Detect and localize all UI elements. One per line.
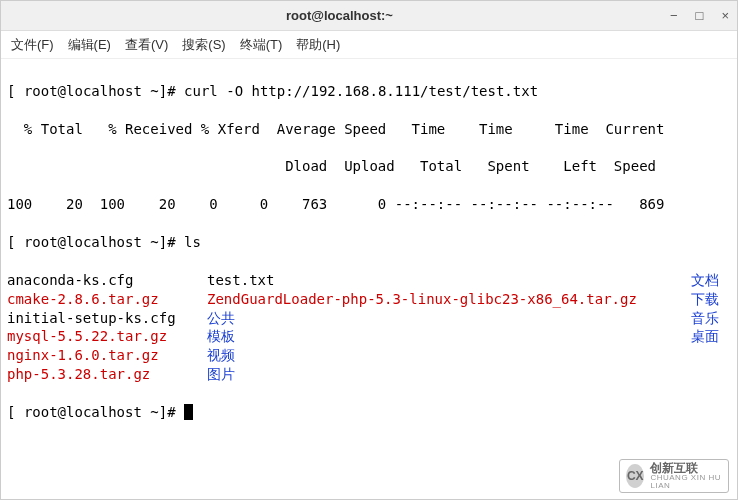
badge-text: 创新互联 CHUANG XIN HU LIAN	[650, 462, 722, 490]
window-controls: − □ ×	[670, 8, 729, 23]
ls-col1: anaconda-ks.cfgcmake-2.8.6.tar.gzinitial…	[7, 271, 207, 384]
prompt-line: [ root@localhost ~]# ls	[7, 233, 731, 252]
ls-entry: 公共	[207, 309, 691, 328]
prompt-line: [ root@localhost ~]# curl -O http://192.…	[7, 82, 731, 101]
menu-edit[interactable]: 编辑(E)	[68, 36, 111, 54]
ls-entry: 视频	[207, 346, 691, 365]
menu-file[interactable]: 文件(F)	[11, 36, 54, 54]
terminal-output[interactable]: [ root@localhost ~]# curl -O http://192.…	[1, 59, 737, 445]
ls-entry: 文档	[691, 271, 731, 290]
curl-header-1: % Total % Received % Xferd Average Speed…	[7, 120, 731, 139]
badge-py: CHUANG XIN HU LIAN	[650, 474, 722, 490]
menubar: 文件(F) 编辑(E) 查看(V) 搜索(S) 终端(T) 帮助(H)	[1, 31, 737, 59]
menu-terminal[interactable]: 终端(T)	[240, 36, 283, 54]
curl-header-2: Dload Upload Total Spent Left Speed	[7, 157, 731, 176]
curl-row: 100 20 100 20 0 0 763 0 --:--:-- --:--:-…	[7, 195, 731, 214]
ls-entry: nginx-1.6.0.tar.gz	[7, 346, 207, 365]
ls-entry: 下载	[691, 290, 731, 309]
menu-view[interactable]: 查看(V)	[125, 36, 168, 54]
maximize-icon[interactable]: □	[696, 8, 704, 23]
titlebar: root@localhost:~ − □ ×	[1, 1, 737, 31]
ls-entry: test.txt	[207, 271, 691, 290]
ls-entry: cmake-2.8.6.tar.gz	[7, 290, 207, 309]
ls-entry: ZendGuardLoader-php-5.3-linux-glibc23-x8…	[207, 290, 691, 309]
ls-col2: test.txtZendGuardLoader-php-5.3-linux-gl…	[207, 271, 691, 384]
ls-entry: anaconda-ks.cfg	[7, 271, 207, 290]
menu-search[interactable]: 搜索(S)	[182, 36, 225, 54]
ls-entry: initial-setup-ks.cfg	[7, 309, 207, 328]
menu-help[interactable]: 帮助(H)	[296, 36, 340, 54]
cursor-icon	[184, 404, 193, 420]
close-icon[interactable]: ×	[721, 8, 729, 23]
ls-entry: php-5.3.28.tar.gz	[7, 365, 207, 384]
ls-entry: 桌面	[691, 327, 731, 346]
minimize-icon[interactable]: −	[670, 8, 678, 23]
window-title: root@localhost:~	[9, 8, 670, 23]
badge-logo-icon: CX	[626, 464, 644, 488]
command-curl: curl -O http://192.168.8.111/test/test.t…	[184, 83, 538, 99]
ls-listing: anaconda-ks.cfgcmake-2.8.6.tar.gzinitial…	[7, 271, 731, 384]
prompt-line: [ root@localhost ~]#	[7, 403, 731, 422]
ls-col3: 文档下载音乐桌面	[691, 271, 731, 384]
watermark-badge: CX 创新互联 CHUANG XIN HU LIAN	[619, 459, 729, 493]
ls-entry: mysql-5.5.22.tar.gz	[7, 327, 207, 346]
ls-entry: 模板	[207, 327, 691, 346]
ls-entry: 图片	[207, 365, 691, 384]
ls-entry: 音乐	[691, 309, 731, 328]
command-ls: ls	[184, 234, 201, 250]
